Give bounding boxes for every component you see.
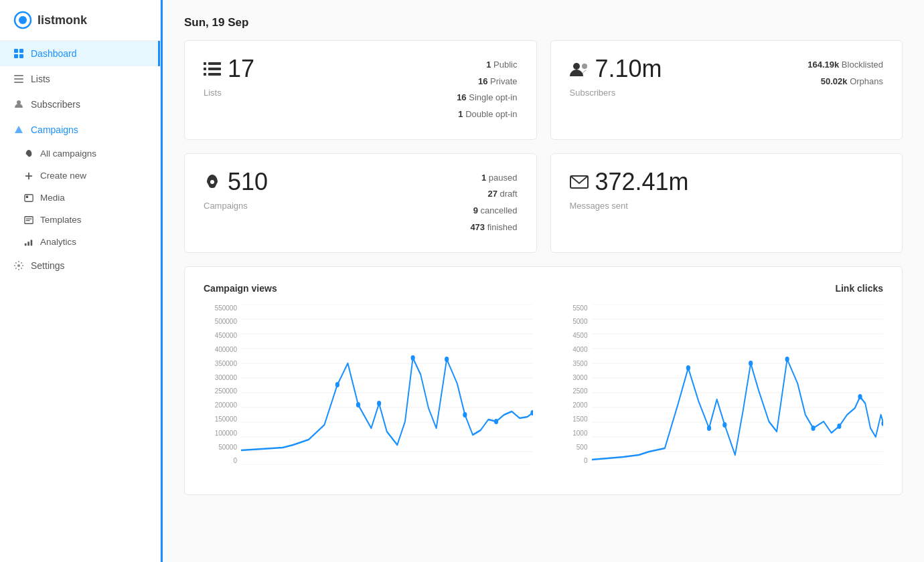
active-indicator (161, 0, 163, 562)
lists-breakdown-item: 1 Double opt-in (457, 106, 517, 123)
subscribers-stat-left: 7.10m Subscribers (570, 57, 662, 98)
dashboard-icon (13, 48, 24, 59)
sidebar-item-dashboard[interactable]: Dashboard (0, 41, 160, 66)
sidebar-item-templates[interactable]: Templates (0, 209, 160, 231)
svg-rect-3 (19, 49, 23, 53)
campaigns-stat-icon (204, 173, 221, 191)
svg-rect-21 (204, 62, 206, 65)
svg-point-45 (377, 401, 381, 406)
sidebar-item-lists[interactable]: Lists (0, 66, 160, 92)
svg-point-46 (411, 355, 415, 361)
svg-rect-22 (208, 62, 221, 65)
sidebar-item-subscribers[interactable]: Subscribers (0, 92, 160, 117)
sidebar-item-label: Settings (31, 260, 65, 271)
svg-point-20 (17, 264, 20, 267)
lists-count: 17 (228, 57, 254, 81)
subscribers-label: Subscribers (570, 88, 662, 98)
lists-label: Lists (204, 88, 254, 98)
campaigns-count: 510 (228, 170, 268, 194)
svg-point-71 (881, 421, 883, 426)
svg-point-64 (706, 426, 710, 431)
svg-rect-8 (14, 82, 23, 83)
analytics-icon (24, 238, 33, 247)
lists-stat-main: 17 (204, 57, 254, 81)
subscribers-breakdown-item: 50.02k Orphans (807, 74, 883, 90)
svg-rect-26 (208, 73, 221, 76)
svg-point-43 (335, 382, 339, 387)
campaigns-stat-left: 510 Campaigns (204, 170, 268, 211)
svg-point-66 (749, 361, 753, 366)
views-chart-area (241, 304, 533, 465)
rocket-icon (24, 149, 33, 159)
svg-rect-4 (14, 54, 18, 58)
subscribers-breakdown-item: 164.19k Blocklisted (807, 57, 883, 74)
clicks-y-axis: 5500 5000 4500 4000 3500 3000 2500 2000 … (554, 304, 592, 465)
views-chart: 550000 500000 450000 400000 350000 30000… (204, 304, 533, 478)
sidebar-item-analytics[interactable]: Analytics (0, 231, 160, 253)
logo-icon (13, 11, 32, 29)
svg-rect-15 (26, 218, 32, 219)
subscribers-breakdown: 164.19k Blocklisted 50.02k Orphans (807, 57, 883, 90)
sidebar-item-label: Subscribers (31, 99, 80, 110)
views-y-axis: 550000 500000 450000 400000 350000 30000… (204, 304, 241, 465)
svg-point-29 (210, 180, 214, 184)
messages-stat-card: 372.41m Messages sent (550, 153, 903, 253)
clicks-chart-svg (592, 304, 884, 465)
lists-breakdown-item: 16 Private (457, 74, 517, 90)
subscribers-icon (13, 99, 24, 110)
plus-icon (24, 171, 33, 181)
svg-point-48 (463, 412, 467, 417)
sidebar: listmonk Dashboard Lists Subscribers Ca (0, 0, 161, 562)
sidebar-item-all-campaigns[interactable]: All campaigns (0, 143, 160, 165)
media-icon (24, 193, 33, 203)
campaigns-stat-main: 510 (204, 170, 268, 194)
charts-container: 550000 500000 450000 400000 350000 30000… (204, 304, 883, 478)
svg-point-69 (837, 424, 841, 429)
sidebar-item-campaigns[interactable]: Campaigns (0, 117, 160, 143)
svg-point-28 (582, 64, 587, 69)
charts-header: Campaign views Link clicks (204, 283, 883, 294)
svg-rect-7 (14, 78, 23, 80)
svg-rect-13 (26, 195, 29, 198)
campaigns-breakdown-item: 27 draft (470, 186, 517, 203)
svg-rect-19 (31, 240, 33, 246)
campaigns-label: Campaigns (204, 201, 268, 211)
sidebar-item-media[interactable]: Media (0, 187, 160, 209)
subscribers-count: 7.10m (595, 57, 662, 81)
stats-row-top: 17 Lists 1 Public 16 Private 16 Single o… (184, 40, 903, 140)
svg-rect-24 (208, 68, 221, 70)
svg-point-49 (494, 419, 498, 424)
lists-stat-left: 17 Lists (204, 57, 254, 98)
sub-nav-label: All campaigns (40, 149, 96, 159)
sub-nav-label: Create new (40, 171, 86, 181)
sidebar-item-create-new[interactable]: Create new (0, 165, 160, 187)
campaigns-breakdown-item: 473 finished (470, 219, 517, 236)
sub-nav-label: Media (40, 193, 65, 203)
settings-icon (13, 260, 24, 271)
subscribers-stat-card: 7.10m Subscribers 164.19k Blocklisted 50… (550, 40, 903, 140)
svg-rect-5 (19, 54, 23, 58)
svg-point-68 (811, 426, 815, 431)
svg-point-27 (573, 63, 580, 70)
sidebar-item-settings[interactable]: Settings (0, 253, 160, 278)
messages-count: 372.41m (595, 170, 689, 194)
svg-point-67 (785, 357, 789, 362)
charts-section: Campaign views Link clicks 550000 500000… (184, 266, 903, 495)
subscribers-stat-main: 7.10m (570, 57, 662, 81)
stats-row-bottom: 510 Campaigns 1 paused 27 draft 9 cancel… (184, 153, 903, 253)
lists-icon (13, 74, 24, 84)
sub-nav-label: Templates (40, 215, 82, 225)
logo-area: listmonk (0, 0, 160, 41)
app-name: listmonk (37, 13, 87, 27)
campaigns-breakdown: 1 paused 27 draft 9 cancelled 473 finish… (470, 170, 517, 236)
svg-point-63 (686, 365, 690, 371)
svg-rect-18 (27, 242, 29, 246)
lists-breakdown-item: 1 Public (457, 57, 517, 74)
clicks-chart-area (592, 304, 884, 465)
campaigns-breakdown-item: 9 cancelled (470, 203, 517, 219)
svg-point-1 (19, 16, 27, 24)
svg-rect-12 (25, 194, 33, 201)
svg-point-70 (858, 394, 862, 399)
lists-stat-icon (204, 62, 221, 76)
sidebar-item-label: Lists (31, 74, 50, 84)
